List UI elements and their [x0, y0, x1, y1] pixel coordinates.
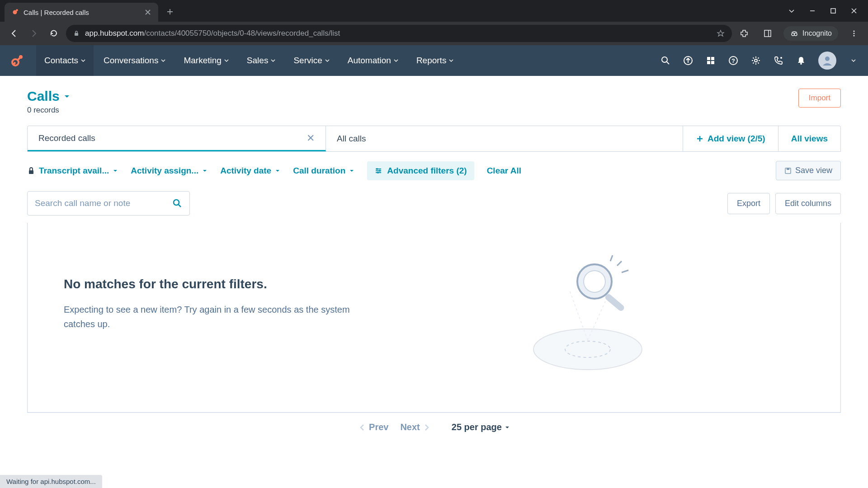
incognito-badge[interactable]: Incognito: [783, 26, 838, 41]
extensions-icon[interactable]: [736, 26, 752, 41]
nav-marketing[interactable]: Marketing: [175, 45, 236, 76]
nav-sales[interactable]: Sales: [239, 45, 284, 76]
svg-point-8: [792, 33, 794, 36]
search-input[interactable]: [35, 198, 167, 208]
minimize-icon[interactable]: [808, 7, 816, 15]
nav-label: Service: [293, 56, 322, 66]
filter-activity-assigned[interactable]: Activity assign...: [131, 166, 208, 176]
add-view-button[interactable]: Add view (2/5): [683, 126, 778, 151]
calling-icon[interactable]: [773, 55, 784, 66]
import-button[interactable]: Import: [798, 89, 841, 108]
reload-button[interactable]: [46, 26, 61, 41]
page-header: Calls 0 records Import: [27, 89, 841, 115]
caret-down-icon: [63, 93, 71, 100]
browser-status-bar: Waiting for api.hubspot.com...: [0, 475, 102, 488]
browser-menu-icon[interactable]: [846, 26, 862, 41]
tabs-dropdown-icon[interactable]: [788, 7, 796, 15]
nav-automation[interactable]: Automation: [340, 45, 406, 76]
nav-service[interactable]: Service: [285, 45, 337, 76]
prev-page-button[interactable]: Prev: [358, 422, 388, 432]
nav-label: Automation: [348, 56, 391, 66]
svg-rect-45: [604, 293, 625, 312]
svg-line-47: [622, 270, 628, 272]
filter-transcript-available[interactable]: Transcript avail...: [27, 166, 118, 176]
search-icon[interactable]: [172, 198, 182, 208]
svg-rect-21: [711, 57, 714, 60]
nav-label: Reports: [416, 56, 447, 66]
svg-point-17: [662, 57, 667, 62]
settings-icon[interactable]: [750, 55, 761, 66]
search-box[interactable]: [27, 191, 190, 216]
bookmark-star-icon[interactable]: [717, 29, 725, 38]
all-views-button[interactable]: All views: [778, 126, 840, 151]
svg-line-15: [17, 57, 21, 61]
notifications-icon[interactable]: [796, 55, 807, 66]
svg-rect-30: [29, 170, 33, 174]
pagination: Prev Next 25 per page: [27, 413, 841, 441]
close-tab-icon[interactable]: ✕: [307, 132, 315, 144]
forward-button[interactable]: [26, 26, 42, 41]
prev-label: Prev: [369, 422, 388, 432]
incognito-icon: [790, 29, 799, 38]
svg-point-10: [854, 31, 855, 32]
page-title-dropdown[interactable]: Calls: [27, 89, 71, 104]
svg-line-46: [617, 261, 622, 266]
nav-label: Contacts: [44, 56, 78, 66]
view-tab-label: All calls: [337, 134, 366, 144]
advanced-filters-button[interactable]: Advanced filters (2): [367, 161, 474, 180]
marketplace-icon[interactable]: [705, 55, 716, 66]
filter-label: Activity date: [220, 166, 271, 176]
account-chevron-icon[interactable]: [848, 55, 859, 66]
search-icon[interactable]: [660, 55, 671, 66]
nav-reports[interactable]: Reports: [408, 45, 462, 76]
svg-point-12: [854, 35, 855, 37]
clear-all-button[interactable]: Clear All: [487, 166, 521, 176]
nav-contacts[interactable]: Contacts: [36, 45, 94, 76]
per-page-label: 25 per page: [452, 422, 502, 432]
svg-point-39: [174, 200, 179, 205]
add-view-label: Add view (2/5): [708, 134, 765, 144]
svg-point-28: [800, 63, 802, 65]
tab-close-icon[interactable]: [144, 8, 152, 16]
filter-activity-date[interactable]: Activity date: [220, 166, 280, 176]
page-title-text: Calls: [27, 89, 60, 104]
svg-point-36: [377, 172, 379, 174]
side-panel-icon[interactable]: [760, 26, 775, 41]
browser-tab[interactable]: Calls | Recorded calls: [5, 3, 158, 22]
caret-down-icon: [275, 168, 280, 174]
hubspot-favicon: [11, 8, 19, 16]
svg-point-35: [379, 170, 381, 172]
hubspot-logo[interactable]: [9, 52, 25, 69]
filter-call-duration[interactable]: Call duration: [293, 166, 354, 176]
help-icon[interactable]: ?: [728, 55, 739, 66]
new-tab-button[interactable]: [162, 4, 178, 20]
page-content: Calls 0 records Import Recorded calls ✕ …: [0, 76, 868, 441]
filter-label: Call duration: [293, 166, 345, 176]
caret-down-icon: [349, 168, 354, 174]
upgrade-icon[interactable]: [683, 55, 693, 66]
view-tab-all-calls[interactable]: All calls: [326, 126, 683, 151]
nav-conversations[interactable]: Conversations: [95, 45, 174, 76]
empty-state-title: No matches for the current filters.: [64, 277, 353, 291]
export-button[interactable]: Export: [727, 193, 770, 214]
edit-columns-button[interactable]: Edit columns: [775, 193, 841, 214]
svg-rect-22: [707, 61, 710, 64]
close-window-icon[interactable]: [850, 7, 858, 15]
maximize-icon[interactable]: [829, 7, 837, 15]
header-utility-icons: ?: [660, 52, 859, 70]
caret-down-icon: [202, 168, 208, 174]
next-page-button[interactable]: Next: [400, 422, 430, 432]
back-button[interactable]: [6, 26, 22, 41]
svg-line-48: [610, 255, 613, 261]
views-tabs: Recorded calls ✕ All calls Add view (2/5…: [27, 126, 841, 152]
empty-state-subtitle: Expecting to see a new item? Try again i…: [64, 302, 353, 331]
view-tab-recorded-calls[interactable]: Recorded calls ✕: [28, 126, 326, 151]
chevron-right-icon: [423, 423, 431, 432]
incognito-label: Incognito: [802, 29, 832, 38]
url-field[interactable]: app.hubspot.com/contacts/40055750/object…: [66, 25, 732, 42]
nav-label: Sales: [247, 56, 269, 66]
account-avatar[interactable]: [818, 52, 836, 70]
save-view-button[interactable]: Save view: [776, 161, 841, 180]
chevron-left-icon: [358, 423, 366, 432]
per-page-dropdown[interactable]: 25 per page: [452, 422, 510, 432]
